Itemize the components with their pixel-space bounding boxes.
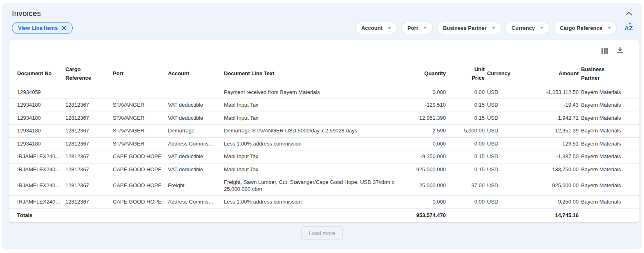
cell-amount: 925,000.00 — [522, 176, 581, 196]
filter-chip-port[interactable]: Port — [401, 22, 433, 34]
filter-chip-currency[interactable]: Currency — [505, 22, 550, 34]
cell-quantity: 0.000 — [403, 137, 448, 150]
cell-cargo-reference — [65, 86, 113, 99]
col-header-business-partner[interactable]: Business Partner — [581, 61, 639, 86]
view-line-items-label: View Line Items — [18, 25, 58, 31]
col-header-document-line-text[interactable]: Document Line Text — [224, 61, 403, 86]
view-line-items-chip[interactable]: View Line Items — [12, 22, 73, 34]
sort-alpha-button[interactable]: A▼Z — [624, 25, 633, 31]
cell-port: STAVANGER — [113, 125, 168, 138]
load-more-button[interactable]: Load more — [301, 226, 343, 240]
controls-row: View Line Items Account Port Business Pa… — [2, 20, 642, 37]
col-header-account[interactable]: Account — [168, 61, 224, 86]
cell-cargo-reference: 12812367 — [65, 163, 113, 176]
cell-unit-price: 5,000.00 — [448, 125, 487, 138]
cell-unit-price: 0.00 — [448, 137, 487, 150]
col-header-currency[interactable]: Currency — [487, 61, 522, 86]
download-icon — [617, 47, 623, 55]
cell-document-line-text: Demurrage STAVANGER USD 5000/day x 2.590… — [224, 125, 403, 138]
invoices-table: Document No Cargo Reference Port Account… — [9, 61, 639, 222]
cell-document-line-text: Mabl Input Tax — [224, 163, 403, 176]
chevron-down-icon — [608, 27, 611, 29]
table-body: 12934059Payment received from Bayern Mat… — [9, 86, 639, 208]
chevron-up-icon — [626, 11, 632, 17]
cell-quantity: 12,951.390 — [403, 112, 448, 125]
cell-business-partner: Bayern Materials — [581, 163, 639, 176]
cell-port: CAPE GOOD HOPE — [113, 163, 168, 176]
cell-document-line-text: Mabl Input Tax — [224, 99, 403, 112]
table-row[interactable]: IRJAMFLEX24000412812367CAPE GOOD HOPEFre… — [9, 176, 639, 196]
cell-business-partner: Bayern Materials — [581, 112, 639, 125]
cell-currency: USD — [487, 163, 522, 176]
totals-amount: 14,745.16 — [522, 208, 581, 222]
chevron-down-icon — [492, 27, 495, 29]
cell-account: Address Commis… — [168, 196, 224, 209]
sort-az-icon: A▼Z — [624, 25, 633, 31]
cell-account: VAT deductible — [168, 99, 224, 112]
cell-currency: USD — [487, 99, 522, 112]
table-row[interactable]: 1293418012812367STAVANGERVAT deductibleM… — [9, 99, 639, 112]
cell-document-no: 12934059 — [9, 86, 65, 99]
cell-business-partner: Bayern Materials — [581, 150, 639, 163]
cell-business-partner: Bayern Materials — [581, 196, 639, 209]
collapse-button[interactable] — [625, 10, 633, 18]
totals-label: Totals — [9, 208, 65, 222]
cell-currency: USD — [487, 112, 522, 125]
col-header-cargo-reference[interactable]: Cargo Reference — [65, 61, 113, 86]
cell-cargo-reference: 12812367 — [65, 99, 113, 112]
panel-header: Invoices — [2, 3, 642, 20]
cell-port: CAPE GOOD HOPE — [113, 150, 168, 163]
cell-amount: -129.51 — [522, 137, 581, 150]
filter-chip-cargo-reference[interactable]: Cargo Reference — [554, 22, 617, 34]
col-header-port[interactable]: Port — [113, 61, 168, 86]
cell-quantity: 0.000 — [403, 196, 448, 209]
chevron-down-icon — [540, 27, 543, 29]
cell-quantity: 925,000.000 — [403, 163, 448, 176]
cell-document-line-text: Mabl Input Tax — [224, 112, 403, 125]
cell-port: STAVANGER — [113, 137, 168, 150]
filter-label: Currency — [512, 25, 535, 31]
cell-amount: -1,387.50 — [522, 150, 581, 163]
page-title: Invoices — [12, 9, 41, 18]
cell-quantity: 0.000 — [403, 86, 448, 99]
cell-account: Demurrage — [168, 125, 224, 138]
cell-document-line-text: Less 1.00% address commission — [224, 137, 403, 150]
cell-amount: 138,750.00 — [522, 163, 581, 176]
cell-account: Freight — [168, 176, 224, 196]
cell-document-line-text: Freight, Sawn Lumber, Cut, Stavanger/Cap… — [224, 176, 403, 196]
col-header-quantity[interactable]: Quantity — [403, 61, 448, 86]
download-button[interactable] — [617, 47, 623, 55]
cell-unit-price: 0.15 — [448, 99, 487, 112]
col-header-amount[interactable]: Amount — [522, 61, 581, 86]
table-row[interactable]: 1293418012812367STAVANGERDemurrageDemurr… — [9, 125, 639, 138]
cell-unit-price: 0.15 — [448, 150, 487, 163]
cell-document-no: 12934180 — [9, 112, 65, 125]
cell-document-line-text: Mabl Input Tax — [224, 150, 403, 163]
filter-chips: Account Port Business Partner Currency C… — [355, 22, 633, 34]
cell-business-partner: Bayern Materials — [581, 176, 639, 196]
col-header-document-no[interactable]: Document No — [9, 61, 65, 86]
col-header-unit-price[interactable]: Unit Price — [448, 61, 487, 86]
close-icon[interactable] — [61, 25, 67, 31]
table-row[interactable]: IRJAMFLEX24000412812367CAPE GOOD HOPEAdd… — [9, 196, 639, 209]
cell-account: Address Commis… — [168, 137, 224, 150]
table-row[interactable]: 1293418012812367STAVANGERVAT deductibleM… — [9, 112, 639, 125]
chevron-down-icon — [388, 27, 391, 29]
table-row[interactable]: IRJAMFLEX24000412812367CAPE GOOD HOPEVAT… — [9, 163, 639, 176]
columns-button[interactable] — [602, 48, 608, 54]
table-row[interactable]: 1293418012812367STAVANGERAddress Commis…… — [9, 137, 639, 150]
cell-port: STAVANGER — [113, 99, 168, 112]
table-header-row: Document No Cargo Reference Port Account… — [9, 61, 639, 86]
table-row[interactable]: 12934059Payment received from Bayern Mat… — [9, 86, 639, 99]
cell-document-no: 12934180 — [9, 137, 65, 150]
totals-row: Totals 953,574.470 14,745.16 — [9, 208, 639, 222]
filter-chip-business-partner[interactable]: Business Partner — [437, 22, 501, 34]
table-toolbar — [9, 40, 639, 61]
table-row[interactable]: IRJAMFLEX24000412812367CAPE GOOD HOPEVAT… — [9, 150, 639, 163]
cell-amount: -19.43 — [522, 99, 581, 112]
cell-cargo-reference: 12812367 — [65, 196, 113, 209]
cell-document-no: 12934180 — [9, 99, 65, 112]
filter-chip-account[interactable]: Account — [355, 22, 397, 34]
cell-business-partner: Bayern Materials — [581, 125, 639, 138]
cell-currency: USD — [487, 137, 522, 150]
